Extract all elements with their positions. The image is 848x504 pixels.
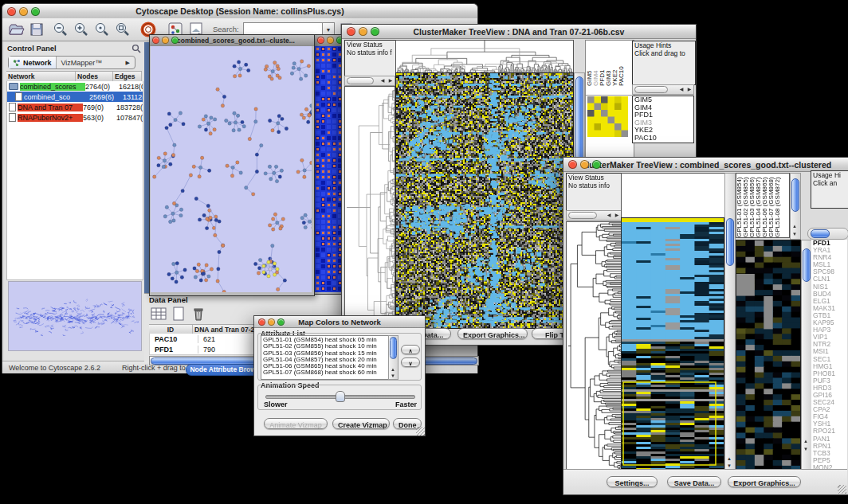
scroll-up-icon[interactable]: ▲ (802, 439, 810, 444)
scroll-right-icon[interactable]: ▶ (387, 78, 395, 84)
tv1-zoom-heatmap[interactable] (587, 96, 628, 137)
new-attribute-icon[interactable] (171, 307, 186, 321)
col-network[interactable]: Network (6, 72, 76, 81)
attribute-list-vscrollbar[interactable]: ▲ ▼ (388, 335, 398, 380)
row-id: PFD1 (150, 346, 198, 354)
tab-network[interactable]: Network (9, 57, 57, 68)
zoom-selected-icon[interactable] (93, 21, 111, 38)
tabs-more-icon[interactable]: ▶ (121, 60, 135, 66)
tv1-heatmap[interactable] (395, 72, 574, 329)
tv2-status-hscrollbar[interactable]: ◀ ▶ (566, 210, 622, 221)
minimize-icon[interactable] (327, 37, 334, 44)
doc-icon (15, 92, 22, 101)
tab-node-attribute-browser[interactable]: Node Attribute Brows (186, 364, 264, 376)
scroll-up-icon[interactable]: ▲ (725, 456, 733, 462)
network-list-row[interactable]: combined_sco2569(6)13112(15) (7, 92, 143, 102)
tv2-save-data-button[interactable]: Save Data... (667, 476, 721, 487)
tv2-labels-vscrollbar[interactable]: ▲ ▼ (790, 173, 801, 240)
scroll-left-icon[interactable]: ◀ (379, 78, 387, 84)
close-icon[interactable] (258, 318, 265, 326)
scroll-down-icon[interactable]: ▼ (389, 373, 397, 379)
close-icon[interactable] (317, 37, 324, 44)
scroll-down-icon[interactable]: ▼ (725, 463, 733, 469)
zoom-in-icon[interactable] (73, 21, 90, 38)
tv1-column-labels: GIM5GIM4PFD1GIM3YKE2PAC10 (587, 41, 631, 86)
view-status-message: No status info f (347, 49, 395, 57)
move-up-button[interactable]: ∧ (401, 345, 420, 354)
tv2-usage-hscrollbar[interactable] (807, 228, 848, 240)
scroll-left-icon[interactable]: ◀ (677, 87, 685, 92)
scroll-down-icon[interactable]: ▼ (791, 232, 799, 237)
tv1-export-graphics-button[interactable]: Export Graphics... (457, 328, 528, 339)
network-name: combined_sco (24, 93, 89, 101)
tv2-row-dendrogram[interactable] (566, 221, 622, 471)
col-nodes[interactable]: Nodes (76, 72, 113, 81)
close-icon[interactable] (568, 160, 577, 169)
animate-vizmap-button[interactable]: Animate Vizmap (264, 418, 328, 429)
doc-icon (9, 103, 16, 111)
zoom-fit-icon[interactable] (114, 21, 132, 38)
scroll-up-icon[interactable]: ▲ (389, 367, 397, 373)
network-titlebar[interactable]: combined_scores_good.txt--cluste... (150, 35, 314, 46)
scroll-up-icon[interactable]: ▲ (791, 224, 799, 229)
scroll-right-icon[interactable]: ▶ (613, 213, 621, 218)
tv1-row-dendrogram[interactable] (344, 86, 395, 329)
resize-grip[interactable] (838, 485, 846, 494)
tv1-usage-hscrollbar[interactable]: ◀ ▶ (632, 84, 694, 95)
table-mode-icon[interactable] (151, 307, 167, 321)
network-view-canvas[interactable] (151, 46, 312, 292)
tv2-column-labels: GPL51-01 (GSM854)GPL51-02 (GSM855)GPL51-… (736, 173, 790, 238)
window-controls[interactable] (7, 7, 40, 16)
network-overview-panel[interactable] (8, 281, 142, 351)
zoom-window-icon[interactable] (277, 318, 285, 326)
tv2-genes-vscrollbar[interactable]: ▲ ▼ (801, 240, 812, 471)
minimize-icon[interactable] (162, 37, 169, 44)
tab-vizmapper[interactable]: VizMapper™ (57, 59, 108, 67)
close-icon[interactable] (347, 27, 355, 36)
zoom-window-icon[interactable] (31, 7, 40, 16)
minimize-icon[interactable] (580, 160, 589, 169)
scroll-left-icon[interactable]: ◀ (605, 213, 613, 218)
network-list-row[interactable]: DNA and Tran 07769(0)183728(0) (7, 102, 143, 112)
open-file-icon[interactable] (7, 21, 25, 38)
scroll-right-icon[interactable]: ▶ (685, 87, 693, 92)
desktop: Cytoscape Desktop (Session Name: collins… (0, 0, 848, 504)
treeview1-titlebar[interactable]: ClusterMaker TreeView : DNA and Tran 07-… (342, 25, 696, 39)
attribute-list[interactable]: GPL51-01 (GSM854) heat shock 05 minGPL51… (261, 335, 391, 380)
minimize-icon[interactable] (359, 27, 367, 36)
create-vizmap-button[interactable]: Create Vizmap (332, 418, 390, 429)
tv2-vscrollbar[interactable]: ▲ ▼ (724, 173, 736, 471)
network-list-row[interactable]: combined_scores2764(0)16218(0) (7, 81, 143, 92)
tv1-status-hscrollbar[interactable]: ◀ ▶ (344, 76, 395, 86)
tv2-gene-list[interactable]: PFD1YRA1RNR4MSL1SPC98CLN1NIS1BUD4ELG1MAK… (811, 240, 847, 469)
network-edges: 107847(0) (116, 114, 143, 122)
minimize-icon[interactable] (268, 318, 275, 326)
zoom-window-icon[interactable] (371, 27, 379, 36)
save-session-icon[interactable] (28, 21, 45, 38)
tv2-settings-button[interactable]: Settings... (607, 476, 658, 487)
minimize-icon[interactable] (19, 7, 28, 16)
tv2-export-graphics-button[interactable]: Export Graphics... (728, 476, 801, 487)
scroll-down-icon[interactable]: ▼ (802, 447, 810, 452)
move-down-button[interactable]: ∨ (401, 357, 420, 367)
resize-grip[interactable] (416, 427, 425, 436)
attribute-item[interactable]: GPL51-07 (GSM868) heat shock 60 min (263, 369, 389, 376)
tv2-zoom-heatmap[interactable] (736, 240, 801, 471)
col-edges[interactable]: Edges (113, 72, 142, 81)
tv1-column-dendrogram[interactable] (395, 40, 574, 74)
close-icon[interactable] (152, 37, 159, 44)
network-list-row[interactable]: RNAPuberNov2+563(0)107847(0) (7, 112, 143, 123)
float-panel-icon[interactable] (132, 44, 141, 53)
zoom-window-icon[interactable] (171, 37, 179, 44)
tv2-heatmap[interactable] (621, 217, 724, 471)
zoom-out-icon[interactable] (52, 21, 69, 38)
speed-slider-thumb[interactable] (336, 391, 345, 402)
zoom-window-icon[interactable] (592, 160, 601, 169)
close-icon[interactable] (7, 7, 16, 16)
tv1-gene-list[interactable]: GIM5GIM4PFD1GIM3YKE2PAC10 (632, 96, 694, 143)
delete-attribute-icon[interactable] (190, 307, 206, 321)
main-titlebar[interactable]: Cytoscape Desktop (Session Name: collins… (2, 4, 477, 19)
dialog-titlebar[interactable]: Map Colors to Network (254, 316, 425, 328)
tv2-column-label: GPL51-02 (GSM855) (743, 174, 749, 237)
treeview2-titlebar[interactable]: ClusterMaker TreeView : combined_scores_… (563, 158, 848, 172)
